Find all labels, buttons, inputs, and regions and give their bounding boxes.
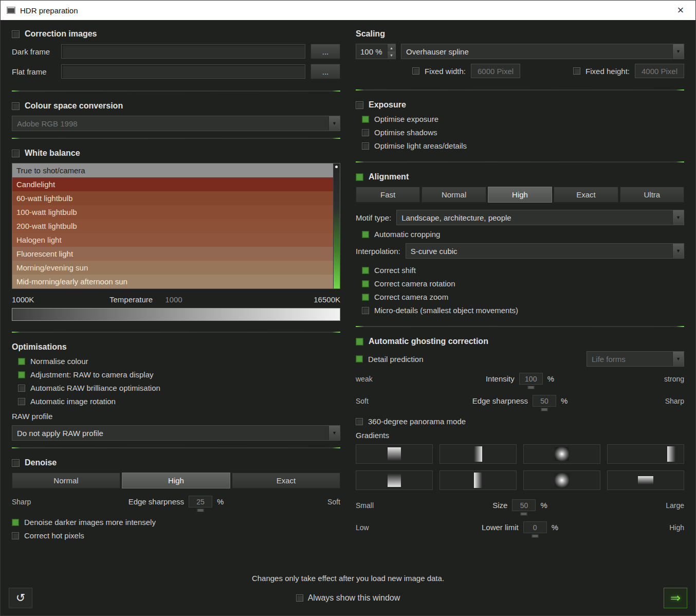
scrollbar-thumb[interactable] xyxy=(335,166,338,168)
slider-handle[interactable] xyxy=(197,509,204,512)
white-balance-option[interactable]: Morning/evening sun xyxy=(12,261,340,275)
slider-handle[interactable] xyxy=(541,408,548,411)
correct-camera-rotation-checkbox[interactable] xyxy=(362,280,369,287)
chevron-down-icon[interactable]: ▼ xyxy=(672,352,684,366)
automatic-cropping-checkbox[interactable] xyxy=(362,231,369,238)
interpolation-dropdown[interactable]: S-curve cubic ▼ xyxy=(406,243,684,259)
raw-to-camera-label[interactable]: Adjustment: RAW to camera display xyxy=(30,370,154,379)
always-show-checkbox[interactable] xyxy=(296,594,303,602)
colour-space-dropdown[interactable]: Adobe RGB 1998 ▼ xyxy=(12,116,340,131)
normalise-colour-checkbox[interactable] xyxy=(18,358,25,365)
optimise-exposure-checkbox[interactable] xyxy=(362,116,369,123)
dark-frame-input[interactable] xyxy=(61,44,305,59)
denoise-mode-exact[interactable]: Exact xyxy=(232,473,340,488)
chevron-down-icon[interactable]: ▼ xyxy=(328,426,340,440)
fixed-width-checkbox[interactable] xyxy=(412,67,419,75)
gradient-tile-2[interactable] xyxy=(439,444,517,464)
gradient-tile-4[interactable] xyxy=(607,444,684,464)
raw-profile-dropdown[interactable]: Do not apply RAW profile ▼ xyxy=(12,425,340,441)
correct-camera-zoom-checkbox[interactable] xyxy=(362,294,369,301)
denoise-mode-high[interactable]: High xyxy=(122,473,230,488)
colour-space-checkbox[interactable] xyxy=(12,102,20,110)
gradient-tile-3[interactable] xyxy=(523,444,600,464)
white-balance-option[interactable]: Fluorescent light xyxy=(12,247,340,261)
white-balance-scrollbar[interactable] xyxy=(333,164,340,288)
detail-prediction-label[interactable]: Detail prediction xyxy=(368,355,424,364)
automatic-cropping-label[interactable]: Automatic cropping xyxy=(374,230,440,239)
slider-handle[interactable] xyxy=(527,386,534,389)
white-balance-option[interactable]: 200-watt lightbulb xyxy=(12,219,340,233)
denoise-checkbox[interactable] xyxy=(12,459,20,467)
gradient-tile-1[interactable] xyxy=(356,444,433,464)
chevron-down-icon[interactable]: ▼ xyxy=(672,210,684,225)
hot-pixels-label[interactable]: Correct hot pixels xyxy=(24,531,84,540)
detail-prediction-checkbox[interactable] xyxy=(356,355,363,363)
correct-camera-zoom-label[interactable]: Correct camera zoom xyxy=(374,293,448,301)
next-button[interactable]: ⇒ xyxy=(664,588,687,608)
scale-percent-spinner[interactable]: 100 % ▲▼ xyxy=(356,44,396,59)
lower-limit-value[interactable]: 0 xyxy=(523,521,547,533)
white-balance-option[interactable]: Candlelight xyxy=(12,177,340,191)
micro-details-label[interactable]: Micro-details (smallest object movements… xyxy=(374,306,518,315)
alignment-mode-exact[interactable]: Exact xyxy=(554,187,618,203)
raw-brilliance-label[interactable]: Automatic RAW brilliance optimisation xyxy=(30,384,160,392)
flat-frame-input[interactable] xyxy=(61,64,305,79)
denoise-edge-sharpness-value[interactable]: 25 xyxy=(189,496,212,508)
chevron-down-icon[interactable]: ▼ xyxy=(328,116,340,131)
fixed-width-input[interactable]: 6000 Pixel xyxy=(471,64,520,78)
image-rotation-label[interactable]: Automatic image rotation xyxy=(30,397,116,406)
dark-frame-browse-button[interactable]: ... xyxy=(310,44,340,59)
always-show-label[interactable]: Always show this window xyxy=(308,593,400,603)
alignment-mode-ultra[interactable]: Ultra xyxy=(620,187,684,203)
white-balance-option[interactable]: 60-watt lightbulb xyxy=(12,191,340,205)
correction-images-checkbox[interactable] xyxy=(12,30,20,38)
normalise-colour-label[interactable]: Normalise colour xyxy=(30,357,88,366)
gradient-tile-7[interactable] xyxy=(523,470,600,490)
white-balance-checkbox[interactable] xyxy=(12,150,20,157)
chevron-down-icon[interactable]: ▼ xyxy=(672,244,684,258)
denoise-mode-normal[interactable]: Normal xyxy=(12,473,120,488)
optimise-shadows-checkbox[interactable] xyxy=(362,129,369,136)
denoise-darker-label[interactable]: Denoise darker images more intensely xyxy=(24,518,156,527)
panorama-mode-label[interactable]: 360-degree panorama mode xyxy=(368,417,466,426)
temperature-value[interactable]: 1000 xyxy=(165,295,182,304)
scaling-method-dropdown[interactable]: Overhauser spline ▼ xyxy=(401,44,684,59)
spin-up-icon[interactable]: ▲ xyxy=(388,44,395,51)
optimise-light-areas-checkbox[interactable] xyxy=(362,142,369,150)
correct-camera-rotation-label[interactable]: Correct camera rotation xyxy=(374,279,455,288)
image-rotation-checkbox[interactable] xyxy=(18,398,25,405)
motif-type-dropdown[interactable]: Landscape, architecture, people ▼ xyxy=(396,210,684,225)
gradient-tile-6[interactable] xyxy=(439,470,517,490)
undo-button[interactable]: ↺ xyxy=(9,588,32,608)
denoise-darker-checkbox[interactable] xyxy=(12,519,19,526)
white-balance-option[interactable]: True to shot/camera xyxy=(12,164,340,177)
ghosting-correction-checkbox[interactable] xyxy=(356,338,363,346)
correct-shift-label[interactable]: Correct shift xyxy=(374,266,416,275)
hot-pixels-checkbox[interactable] xyxy=(12,532,19,539)
alignment-mode-fast[interactable]: Fast xyxy=(356,187,420,203)
panorama-mode-checkbox[interactable] xyxy=(356,418,363,425)
raw-brilliance-checkbox[interactable] xyxy=(18,385,25,392)
white-balance-option[interactable]: 100-watt lightbulb xyxy=(12,205,340,219)
life-forms-dropdown[interactable]: Life forms ▼ xyxy=(587,351,684,367)
intensity-value[interactable]: 100 xyxy=(519,373,543,385)
optimise-light-areas-label[interactable]: Optimise light areas/details xyxy=(374,141,467,150)
optimise-exposure-label[interactable]: Optimise exposure xyxy=(374,115,438,123)
gradient-tile-8[interactable] xyxy=(607,470,684,490)
white-balance-option[interactable]: Halogen light xyxy=(12,233,340,247)
micro-details-checkbox[interactable] xyxy=(362,307,369,314)
alignment-mode-normal[interactable]: Normal xyxy=(422,187,486,203)
white-balance-option[interactable]: Mid-morning/early afternoon sun xyxy=(12,275,340,288)
alignment-mode-high[interactable]: High xyxy=(488,187,552,203)
temperature-gradient-slider[interactable] xyxy=(12,308,340,321)
alignment-checkbox[interactable] xyxy=(356,173,363,181)
fixed-height-checkbox[interactable] xyxy=(573,67,580,75)
correct-shift-checkbox[interactable] xyxy=(362,267,369,274)
slider-handle[interactable] xyxy=(521,512,527,516)
slider-handle[interactable] xyxy=(532,534,538,538)
exposure-checkbox[interactable] xyxy=(356,101,363,109)
spin-down-icon[interactable]: ▼ xyxy=(388,51,395,59)
flat-frame-browse-button[interactable]: ... xyxy=(310,64,340,79)
fixed-height-input[interactable]: 4000 Pixel xyxy=(635,64,684,78)
close-icon[interactable]: × xyxy=(672,4,689,16)
